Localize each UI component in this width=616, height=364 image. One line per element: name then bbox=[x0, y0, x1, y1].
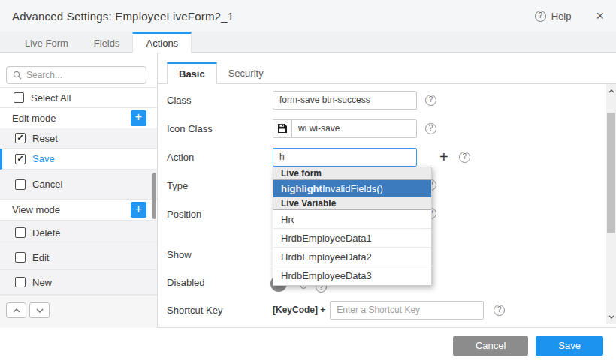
content-scrollbar[interactable] bbox=[606, 84, 616, 324]
cancel-checkbox[interactable] bbox=[15, 179, 26, 190]
sidebar-item-cancel[interactable]: Cancel bbox=[0, 170, 157, 200]
class-input[interactable] bbox=[273, 91, 417, 110]
type-label: Type bbox=[158, 180, 273, 191]
select-all-label: Select All bbox=[31, 92, 71, 104]
tab-live-form[interactable]: Live Form bbox=[12, 32, 81, 52]
select-all-row[interactable]: Select All bbox=[0, 87, 157, 108]
select-all-checkbox[interactable] bbox=[14, 92, 24, 103]
match-text: highlight bbox=[281, 183, 322, 194]
shortcut-key-label: Shortcut Key bbox=[158, 305, 273, 316]
sidebar-item-new[interactable]: New bbox=[0, 270, 157, 295]
sidebar-item-reset[interactable]: ✓ Reset bbox=[0, 128, 157, 149]
position-label: Position bbox=[158, 209, 273, 220]
save-label: Save bbox=[32, 153, 55, 164]
save-floppy-icon bbox=[273, 119, 291, 138]
content-scrollbar-thumb[interactable] bbox=[607, 113, 615, 233]
help-icon[interactable]: ? bbox=[535, 11, 546, 22]
tab-security[interactable]: Security bbox=[217, 62, 275, 83]
basic-form: Class ? Icon Class ? Action + ? bbox=[158, 84, 616, 327]
icon-class-input[interactable] bbox=[291, 119, 417, 138]
check-icon: ✓ bbox=[17, 155, 23, 163]
action-settings-panel: Basic Security Class ? Icon Class ? bbox=[158, 53, 616, 327]
dropdown-group-live-form: Live form bbox=[273, 167, 431, 180]
cancel-label: Cancel bbox=[32, 179, 62, 190]
rest-text: InvalidFields() bbox=[322, 183, 383, 194]
plus-icon: + bbox=[135, 203, 142, 215]
check-icon: ✓ bbox=[17, 134, 23, 142]
new-label: New bbox=[32, 277, 52, 288]
dialog-header: Advanced Settings: EmployeeLiveForm2_1 ?… bbox=[0, 0, 616, 32]
dialog-footer: Cancel Save bbox=[0, 328, 616, 363]
dialog-title: Advanced Settings: EmployeeLiveForm2_1 bbox=[12, 10, 234, 23]
delete-label: Delete bbox=[32, 227, 61, 239]
chevron-down-icon bbox=[36, 308, 44, 313]
sidebar-item-delete[interactable]: Delete bbox=[0, 221, 157, 245]
action-suggestions-dropdown: Live form highlightInvalidFields() Live … bbox=[273, 167, 432, 286]
group-edit-mode-label: Edit mode bbox=[12, 113, 56, 124]
scroll-up-icon[interactable] bbox=[606, 86, 616, 97]
dropdown-item-hrdb2[interactable]: HrdbEmployeeData2 bbox=[273, 248, 431, 266]
sidebar-scrollbar-thumb[interactable] bbox=[152, 173, 156, 219]
delete-checkbox[interactable] bbox=[15, 227, 26, 238]
dropdown-item-hrdb1[interactable]: HrdbEmployeeData1 bbox=[273, 229, 431, 248]
move-down-button[interactable] bbox=[29, 302, 50, 318]
shortcut-key-row: Shortcut Key [KeyCode] + ? bbox=[158, 300, 601, 320]
action-input[interactable] bbox=[273, 148, 417, 167]
disabled-label: Disabled bbox=[158, 277, 273, 288]
add-action-icon[interactable]: + bbox=[439, 149, 448, 164]
icon-class-row: Icon Class ? bbox=[158, 119, 601, 138]
tab-fields[interactable]: Fields bbox=[81, 32, 133, 52]
group-view-mode-label: View mode bbox=[12, 204, 60, 215]
dropdown-group-live-variable: Live Variable bbox=[273, 197, 431, 210]
add-view-action-button[interactable]: + bbox=[131, 202, 146, 218]
class-help-icon[interactable]: ? bbox=[425, 95, 436, 106]
action-row: Action + ? bbox=[158, 147, 601, 167]
scroll-down-icon[interactable] bbox=[606, 311, 616, 323]
close-icon[interactable]: × bbox=[596, 9, 604, 23]
main-tabbar: Live Form Fields Actions bbox=[0, 32, 616, 53]
group-edit-mode: Edit mode + bbox=[0, 108, 157, 128]
chevron-up-icon bbox=[13, 308, 20, 313]
keycode-prefix: [KeyCode] + bbox=[273, 305, 325, 315]
shortcut-key-help-icon[interactable]: ? bbox=[494, 305, 505, 316]
plus-icon: + bbox=[135, 111, 142, 123]
action-label: Action bbox=[158, 152, 273, 163]
new-checkbox[interactable] bbox=[15, 277, 26, 287]
dropdown-item-highlightinvalidfields[interactable]: highlightInvalidFields() bbox=[273, 180, 431, 197]
action-help-icon[interactable]: ? bbox=[459, 152, 470, 163]
search-icon bbox=[13, 71, 22, 80]
save-checkbox[interactable]: ✓ bbox=[15, 154, 26, 164]
search-input[interactable] bbox=[26, 70, 140, 80]
show-label: Show bbox=[158, 249, 273, 260]
sub-tabbar: Basic Security bbox=[158, 62, 616, 84]
shortcut-key-input[interactable] bbox=[330, 301, 484, 320]
advanced-settings-dialog: Advanced Settings: EmployeeLiveForm2_1 ?… bbox=[0, 0, 616, 364]
sidebar-item-save[interactable]: ✓ Save bbox=[0, 149, 157, 170]
tab-actions[interactable]: Actions bbox=[132, 32, 192, 53]
tab-basic[interactable]: Basic bbox=[167, 62, 217, 84]
group-view-mode: View mode + bbox=[0, 200, 157, 221]
dropdown-item-hrdb3[interactable]: HrdbEmployeeData3 bbox=[273, 266, 431, 285]
floating-white-overlay bbox=[294, 210, 423, 229]
cancel-button[interactable]: Cancel bbox=[453, 336, 528, 356]
reset-checkbox[interactable]: ✓ bbox=[15, 133, 26, 143]
save-button[interactable]: Save bbox=[536, 336, 603, 356]
sidebar-item-edit[interactable]: Edit bbox=[0, 245, 157, 270]
add-edit-action-button[interactable]: + bbox=[131, 110, 146, 126]
class-row: Class ? bbox=[158, 90, 601, 110]
icon-class-label: Icon Class bbox=[158, 123, 273, 134]
reset-label: Reset bbox=[32, 133, 58, 144]
icon-class-help-icon[interactable]: ? bbox=[425, 123, 436, 134]
edit-label: Edit bbox=[32, 252, 49, 263]
sidebar-footer bbox=[0, 295, 157, 328]
class-label: Class bbox=[158, 95, 273, 106]
actions-sidebar: Select All Edit mode + ✓ Reset ✓ Save Ca… bbox=[0, 53, 158, 327]
search-box[interactable] bbox=[6, 66, 146, 84]
help-link[interactable]: Help bbox=[551, 11, 572, 22]
move-up-button[interactable] bbox=[6, 302, 26, 318]
edit-checkbox[interactable] bbox=[15, 252, 26, 263]
